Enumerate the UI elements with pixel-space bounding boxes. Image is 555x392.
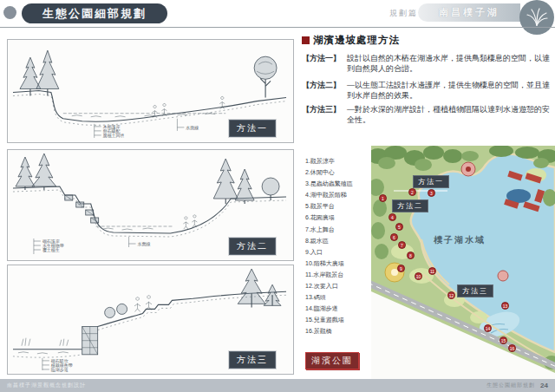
chapter-tag: 規劃篇 <box>389 8 418 19</box>
svg-text:水面線: 水面線 <box>186 125 199 131</box>
method-label: 【方法一】 <box>302 54 347 74</box>
method-tag-2: 方法二 <box>229 238 276 255</box>
map-marker: 9 <box>397 265 405 272</box>
list-item: 3.昆蟲幼蟲繁殖區 <box>305 178 371 189</box>
svg-text:腐植土回填: 腐植土回填 <box>103 133 125 139</box>
map-marker: 15 <box>500 336 507 344</box>
map-method-tag-1: 方法一 <box>413 175 449 188</box>
page-title: 生態公園細部規劃 <box>42 6 147 22</box>
list-item: 2.休閒中心 <box>305 167 371 178</box>
method-tag-3: 方法三 <box>229 351 276 369</box>
list-item: 14.臨湖步道 <box>305 303 371 314</box>
svg-text:水面線: 水面線 <box>138 241 151 247</box>
park-name-label: 湖濱公園 <box>305 352 359 369</box>
list-item: 16.景觀橋 <box>305 325 371 336</box>
method-paragraph-1: 【方法一】 設計以自然的木樁在湖邊水岸，提供鳥類棲息的空間，以達到自然與人的合諧… <box>302 54 552 74</box>
feature-legend-list: 1.觀景涼亭 2.休閒中心 3.昆蟲幼蟲繁殖區 4.湖中觀景階梯 5.觀景平台 … <box>305 155 371 337</box>
method-label: 【方法三】 <box>302 105 347 125</box>
project-name: 南昌樸子湖 <box>439 6 500 19</box>
list-item: 15.兒童遊戲場 <box>305 314 371 325</box>
method-tag-1: 方法一 <box>229 120 276 137</box>
map-marker: 3 <box>428 189 435 197</box>
map-method-tag-3: 方法三 <box>457 284 493 297</box>
map-marker: 2 <box>408 188 416 196</box>
footer-bar: 南昌樸子湖景觀概念規劃設計 生態公園細部規劃 24 <box>0 379 555 392</box>
list-item: 7.水上舞台 <box>305 224 371 235</box>
page-title-banner: 生態公園細部規劃 <box>22 3 167 23</box>
header-divider <box>0 27 555 28</box>
map-marker: 14 <box>484 324 492 332</box>
section-heading-text: 湖濱邊坡處理方法 <box>313 34 400 47</box>
method-paragraph-3: 【方法三】 —對於水深的湖岸設計，種植植物阻隔以達到水邊遊憩的安全性。 <box>302 105 552 125</box>
map-marker: 6 <box>390 233 398 241</box>
map-marker: 10 <box>415 272 422 280</box>
map-marker: 11 <box>428 267 436 275</box>
section-panel-1: 木樁護岸 卵石級配 腐植土回填 水面線 方法一 <box>7 39 294 143</box>
section-heading: 湖濱邊坡處理方法 <box>302 34 400 47</box>
company-logo <box>519 0 554 35</box>
map-marker: 4 <box>388 213 396 221</box>
method-label: 【方法二】 <box>302 81 347 101</box>
header-bullet-circle <box>3 6 16 19</box>
map-marker: 5 <box>395 223 403 231</box>
section-panel-3: 砌石駁坎 植栽緩衝帶 臨湖步道 方法三 <box>7 265 294 375</box>
footer-right-text: 生態公園細部規劃 <box>486 382 535 389</box>
lake-name-label: 樸子湖水域 <box>434 234 486 246</box>
list-item: 4.湖中觀景階梯 <box>305 189 371 200</box>
map-marker: 7 <box>398 241 406 249</box>
list-item: 5.觀景平台 <box>305 200 371 212</box>
footer-left-text: 南昌樸子湖景觀概念規劃設計 <box>7 382 86 389</box>
method-text: —以生態工法設計水邊護岸，提供生物棲息的空間，並且達到水岸自然的效果。 <box>347 81 552 101</box>
master-plan-map: 方法一 方法二 方法三 樸子湖水域 1 2 3 4 5 6 7 8 9 10 1… <box>371 146 555 379</box>
method-text: —對於水深的湖岸設計，種植植物阻隔以達到水邊遊憩的安全性。 <box>347 105 552 125</box>
page-number: 24 <box>540 382 548 389</box>
svg-text:臨湖步道: 臨湖步道 <box>51 367 69 372</box>
map-marker: 8 <box>407 252 415 259</box>
list-item: 1.觀景涼亭 <box>305 155 371 167</box>
list-item: 13.碼頭 <box>305 291 371 303</box>
list-item: 12.次要入口 <box>305 280 371 291</box>
method-paragraph-2: 【方法二】 —以生態工法設計水邊護岸，提供生物棲息的空間，並且達到水岸自然的效果… <box>302 81 552 101</box>
map-marker: 1 <box>379 194 387 202</box>
map-marker: 13 <box>501 302 509 310</box>
map-marker: 16 <box>508 344 516 352</box>
svg-text:覆土植生: 覆土植生 <box>42 247 60 253</box>
map-marker: 12 <box>447 291 455 299</box>
project-banner: 南昌樸子湖 <box>418 3 520 22</box>
list-item: 11.水岸觀景台 <box>305 269 371 280</box>
plan-map-drawing <box>371 146 555 379</box>
section-panel-2: 砌石護岸 水生植物帶 覆土植生 水面線 方法二 <box>7 149 294 261</box>
list-item: 8.親水區 <box>305 235 371 246</box>
list-item: 9.入口 <box>305 246 371 258</box>
method-text: 設計以自然的木樁在湖邊水岸，提供鳥類棲息的空間，以達到自然與人的合諧。 <box>347 54 552 74</box>
map-method-tag-2: 方法二 <box>392 199 428 212</box>
list-item: 6.花園廣場 <box>305 212 371 223</box>
list-item: 10.階梯大廣場 <box>305 258 371 269</box>
red-square-bullet <box>302 36 310 44</box>
